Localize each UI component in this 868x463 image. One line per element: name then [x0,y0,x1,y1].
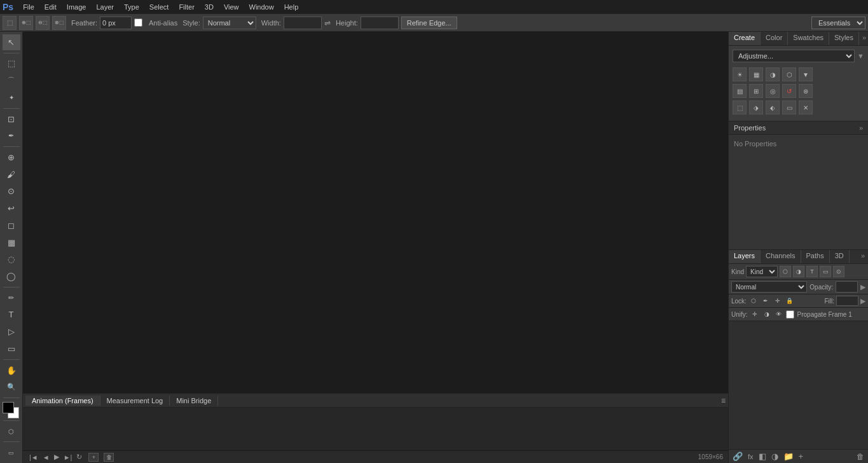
propagate-checkbox[interactable] [786,310,794,319]
layers-adj-btn[interactable]: ◑ [771,452,778,461]
eraser-tool[interactable]: ◻ [3,218,20,233]
tab-measurement-log[interactable]: Measurement Log [100,396,170,406]
unify-position[interactable]: ✛ [750,309,760,319]
adj-vibrance[interactable]: ▼ [799,67,813,81]
type-tool[interactable]: T [3,307,20,323]
unify-visibility[interactable]: 👁 [774,309,784,319]
anim-add-frame[interactable]: + [88,453,99,462]
eyedropper-tool[interactable]: ✒ [3,128,20,144]
fill-input[interactable] [836,296,858,306]
adj-dropdown-arrow[interactable]: ▼ [857,52,864,60]
lock-image[interactable]: ✒ [761,296,771,306]
tab-create[interactable]: Create [729,32,761,45]
adj-invert[interactable]: ⬚ [733,100,747,114]
menu-image[interactable]: Image [62,2,91,12]
history-brush[interactable]: ↩ [3,200,20,216]
tab-mini-bridge[interactable]: Mini Bridge [170,396,218,406]
crop-tool[interactable]: ⊡ [3,111,20,127]
blur-tool[interactable]: ◌ [3,251,20,267]
anim-prev-frame[interactable]: ◄ [41,453,51,461]
bottom-panel-menu[interactable]: ≡ [721,396,726,405]
filter-pixel[interactable]: ⬡ [780,266,791,277]
adj-selective-color[interactable]: ✕ [799,100,813,114]
menu-view[interactable]: View [219,2,244,12]
filter-shape[interactable]: ▭ [820,266,831,277]
adj-curves[interactable]: ◑ [766,67,780,81]
menu-file[interactable]: File [18,2,39,12]
layers-content[interactable] [729,321,868,449]
quick-select-tool[interactable]: ✦ [3,90,20,106]
layers-new-btn[interactable]: + [799,452,804,461]
lock-position[interactable]: ✛ [773,296,783,306]
layers-delete-btn[interactable]: 🗑 [857,452,864,461]
adj-brightness[interactable]: ☀ [733,67,747,81]
shape-tool[interactable]: ▭ [3,341,20,357]
canvas-container[interactable] [23,32,728,393]
tab-swatches[interactable]: Swatches [788,32,829,45]
adj-levels[interactable]: ▦ [749,67,763,81]
anim-step-back[interactable]: |◄ [28,453,39,461]
toolbar-subtract-selection[interactable]: ⊖⬚ [36,16,50,30]
kind-dropdown[interactable]: Kind [746,266,778,277]
path-select[interactable]: ▷ [3,324,20,340]
adj-exposure[interactable]: ⬡ [782,67,796,81]
refine-edge-button[interactable]: Refine Edge... [401,17,457,29]
adj-bw[interactable]: ◎ [766,84,780,98]
lock-all[interactable]: 🔒 [785,296,795,306]
anim-loop[interactable]: ↻ [75,453,83,461]
opacity-expand[interactable]: ▶ [860,283,865,291]
brush-tool[interactable]: 🖌 [3,167,20,183]
hand-tool[interactable]: ✋ [3,363,20,378]
tab-channels[interactable]: Channels [761,250,801,263]
layers-mask-btn[interactable]: ◧ [759,452,766,461]
adj-dropdown[interactable]: Adjustme... [733,50,855,62]
workspace-dropdown[interactable]: Essentials Design Painting [811,17,865,29]
feather-input[interactable] [100,17,132,29]
zoom-tool[interactable]: 🔍 [3,379,20,395]
style-dropdown[interactable]: Normal Fixed Ratio Fixed Size [203,17,256,29]
adj-channel-mixer[interactable]: ⊛ [799,84,813,98]
pen-tool[interactable]: ✏ [3,290,20,306]
dodge-tool[interactable]: ◯ [3,268,20,284]
menu-help[interactable]: Help [280,2,303,12]
lock-transparent[interactable]: ⬡ [748,296,759,306]
anim-play[interactable]: ▶ [53,453,60,461]
anim-delete-frame[interactable]: 🗑 [104,453,114,462]
menu-3d[interactable]: 3D [200,2,218,12]
menu-type[interactable]: Type [120,2,144,12]
tab-layers[interactable]: Layers [729,250,761,263]
menu-layer[interactable]: Layer [92,2,118,12]
blend-mode-dropdown[interactable]: Normal Multiply Screen Overlay [731,281,807,293]
marquee-tool[interactable]: ⬚ [3,56,20,72]
menu-filter[interactable]: Filter [174,2,198,12]
width-input[interactable] [284,17,322,29]
height-input[interactable] [361,17,399,29]
adj-photo-filter[interactable]: ↺ [782,84,796,98]
opacity-input[interactable] [836,281,858,293]
fill-expand[interactable]: ▶ [860,297,865,305]
filter-smart[interactable]: ⊙ [833,266,844,277]
properties-expand[interactable]: » [859,124,863,132]
anti-alias-checkbox[interactable] [134,18,142,27]
fg-color-swatch[interactable] [3,402,14,413]
adj-posterize[interactable]: ⬗ [749,100,763,114]
adj-hsl[interactable]: ▤ [733,84,747,98]
menu-window[interactable]: Window [245,2,279,12]
quick-mask-mode[interactable]: ⬡ [3,424,20,439]
healing-tool[interactable]: ⊕ [3,149,20,165]
adj-threshold[interactable]: ⬖ [766,100,780,114]
tab-animation-frames[interactable]: Animation (Frames) [25,396,100,406]
tab-color[interactable]: Color [761,32,788,45]
layers-group-btn[interactable]: 📁 [783,452,794,461]
swap-icon[interactable]: ⇌ [324,18,331,27]
toolbar-new-selection[interactable]: ⬚ [3,16,17,30]
tab-styles[interactable]: Styles [829,32,859,45]
adj-gradient-map[interactable]: ▭ [782,100,796,114]
move-tool[interactable]: ↖ [3,34,20,50]
menu-edit[interactable]: Edit [40,2,61,12]
filter-adj[interactable]: ◑ [793,266,804,277]
layers-panel-menu[interactable]: » [858,250,868,263]
tab-3d[interactable]: 3D [830,250,850,263]
lasso-tool[interactable]: ⌒ [3,73,20,88]
unify-style[interactable]: ◑ [762,309,772,319]
